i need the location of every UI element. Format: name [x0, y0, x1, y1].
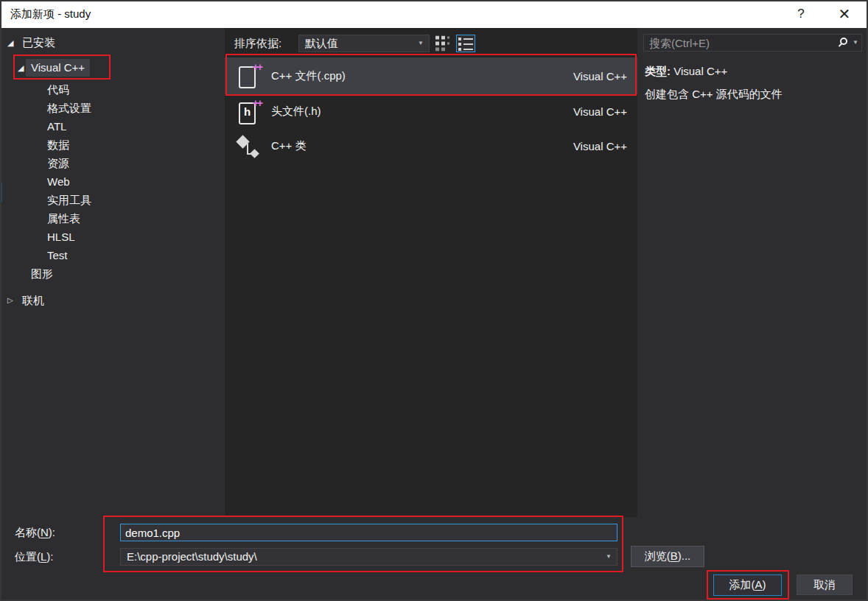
sidebar-item-installed[interactable]: ◢ 已安装	[0, 34, 225, 52]
sidebar-item-visual-cpp[interactable]: ◢ Visual C++	[0, 59, 225, 77]
add-button[interactable]: 添加(A)	[713, 574, 782, 596]
close-icon[interactable]: ✕	[830, 0, 859, 28]
sidebar-item-web[interactable]: Web	[0, 173, 225, 191]
medium-icons-view-button[interactable]	[433, 35, 452, 52]
dialog-title: 添加新项 - study	[10, 0, 91, 28]
sidebar-item-code[interactable]: 代码	[0, 81, 225, 99]
chevron-down-icon: ▼	[606, 554, 612, 560]
browse-button[interactable]: 浏览(B)...	[631, 546, 704, 567]
template-item-cpp-class[interactable]: C++ 类 Visual C++	[225, 129, 637, 164]
sidebar-item-graphics[interactable]: 图形	[0, 265, 225, 283]
list-view-icon	[458, 35, 474, 52]
chevron-down-icon: ▼	[418, 41, 424, 46]
sidebar-item-data[interactable]: 数据	[0, 136, 225, 154]
sidebar-item-formatting[interactable]: 格式设置	[0, 99, 225, 117]
type-label: 类型:	[645, 65, 671, 77]
grid-view-icon	[435, 36, 450, 52]
cpp-class-icon	[236, 134, 261, 159]
window-edge-accent	[0, 183, 2, 202]
template-type-row: 类型: Visual C++	[645, 65, 727, 79]
tree-expanded-icon[interactable]: ◢	[18, 59, 24, 77]
sidebar-item-online[interactable]: ▷ 联机	[0, 292, 225, 309]
cpp-file-icon: ++	[236, 63, 261, 88]
template-item-header-file[interactable]: ++h 头文件(.h) Visual C++	[225, 94, 637, 129]
name-label: 名称(N):	[15, 526, 55, 540]
location-dropdown[interactable]: E:\cpp-project\study\study\ ▼	[120, 548, 617, 566]
sidebar-item-resource[interactable]: 资源	[0, 155, 225, 172]
type-value: Visual C++	[673, 65, 727, 77]
template-description: 创建包含 C++ 源代码的文件	[645, 88, 783, 102]
sort-by-label: 排序依据:	[234, 28, 281, 59]
location-label: 位置(L):	[15, 550, 54, 564]
sidebar-item-utility[interactable]: 实用工具	[0, 191, 225, 209]
tree-expanded-icon[interactable]: ◢	[7, 34, 13, 52]
footer: 名称(N): 位置(L): E:\cpp-project\study\study…	[0, 517, 868, 601]
sidebar-item-hlsl[interactable]: HLSL	[0, 228, 225, 246]
sidebar-item-test[interactable]: Test	[0, 247, 225, 264]
help-button[interactable]: ?	[788, 0, 813, 28]
name-input[interactable]	[120, 524, 617, 541]
sidebar-item-atl[interactable]: ATL	[0, 118, 225, 136]
sort-by-dropdown[interactable]: 默认值 ▼	[298, 35, 430, 52]
template-list-panel: 排序依据: 默认值 ▼ ++ C++ 文件(.cpp) Visual C	[225, 28, 637, 517]
cancel-button[interactable]: 取消	[797, 574, 853, 595]
list-view-button[interactable]	[456, 35, 475, 52]
details-panel: ▼ 类型: Visual C++ 创建包含 C++ 源代码的文件	[637, 28, 868, 517]
search-input[interactable]	[644, 35, 833, 51]
add-new-item-dialog: 添加新项 - study ? ✕ ◢ 已安装 ◢ Visual C++ 代码 格…	[0, 0, 868, 601]
search-icon[interactable]	[837, 37, 849, 49]
category-tree: ◢ 已安装 ◢ Visual C++ 代码 格式设置 ATL 数据 资源 Web…	[0, 28, 225, 517]
template-item-cpp-file[interactable]: ++ C++ 文件(.cpp) Visual C++	[225, 57, 637, 94]
search-options-caret-icon[interactable]: ▼	[853, 40, 858, 46]
titlebar: 添加新项 - study ? ✕	[0, 0, 868, 28]
sidebar-item-property-sheet[interactable]: 属性表	[0, 210, 225, 228]
search-box[interactable]: ▼	[643, 34, 862, 52]
tree-collapsed-icon[interactable]: ▷	[7, 292, 13, 309]
header-file-icon: ++h	[236, 99, 261, 124]
